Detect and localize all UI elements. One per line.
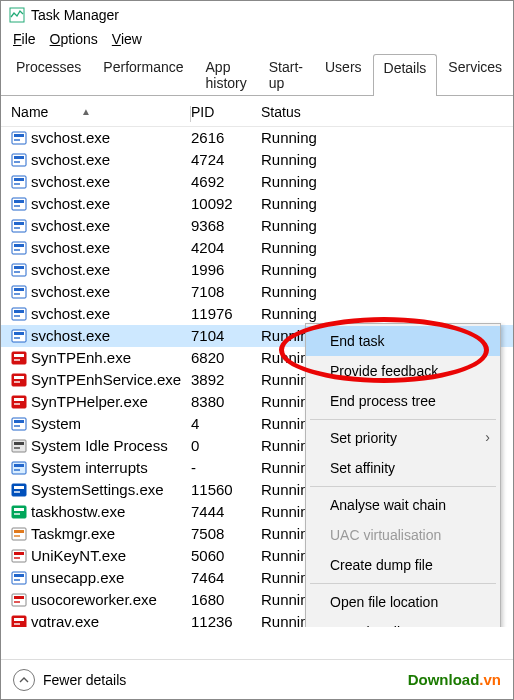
- process-icon: [11, 262, 27, 278]
- process-status: Running: [261, 193, 513, 215]
- svg-rect-40: [12, 418, 26, 430]
- process-status: Running: [261, 127, 513, 149]
- table-row[interactable]: svchost.exe 2616 Running: [1, 127, 513, 149]
- process-table[interactable]: svchost.exe 2616 Running svchost.exe 472…: [1, 127, 513, 627]
- process-name: SynTPEnhService.exe: [31, 369, 181, 391]
- table-row[interactable]: svchost.exe 4204 Running: [1, 237, 513, 259]
- column-header-pid[interactable]: PID: [191, 104, 261, 120]
- tab-details[interactable]: Details: [373, 54, 438, 96]
- process-icon: [11, 130, 27, 146]
- tab-app-history[interactable]: App history: [195, 53, 258, 95]
- process-name: svchost.exe: [31, 281, 110, 303]
- svg-rect-32: [14, 354, 24, 357]
- process-name: svchost.exe: [31, 193, 110, 215]
- context-menu-separator: [310, 419, 496, 420]
- window-title: Task Manager: [31, 7, 119, 23]
- svg-rect-47: [14, 464, 24, 467]
- table-row[interactable]: svchost.exe 7108 Running: [1, 281, 513, 303]
- svg-rect-41: [14, 420, 24, 423]
- table-row[interactable]: svchost.exe 4692 Running: [1, 171, 513, 193]
- svg-rect-65: [14, 596, 24, 599]
- svg-rect-69: [14, 623, 20, 625]
- svg-rect-2: [14, 134, 24, 137]
- context-menu-item-uac-virtualisation: UAC virtualisation: [306, 520, 500, 550]
- context-menu-item-provide-feedback[interactable]: Provide feedback: [306, 356, 500, 386]
- svg-rect-21: [14, 271, 20, 273]
- context-menu-separator: [310, 583, 496, 584]
- sort-asc-icon: ▲: [81, 106, 91, 117]
- context-menu-item-search-online[interactable]: Search online: [306, 617, 500, 627]
- process-pid: 11236: [191, 611, 261, 627]
- process-name: System: [31, 413, 81, 435]
- svg-rect-38: [14, 398, 24, 401]
- process-icon: [11, 152, 27, 168]
- context-menu-item-open-file-location[interactable]: Open file location: [306, 587, 500, 617]
- process-icon: [11, 482, 27, 498]
- svg-rect-66: [14, 601, 20, 603]
- tab-users[interactable]: Users: [314, 53, 373, 95]
- svg-rect-55: [12, 528, 26, 540]
- process-icon: [11, 614, 27, 627]
- menu-file[interactable]: File: [7, 29, 42, 49]
- tab-start-up[interactable]: Start-up: [258, 53, 314, 95]
- table-row[interactable]: svchost.exe 11976 Running: [1, 303, 513, 325]
- fewer-details-button[interactable]: Fewer details: [13, 669, 126, 691]
- table-row[interactable]: svchost.exe 4724 Running: [1, 149, 513, 171]
- svg-rect-23: [14, 288, 24, 291]
- menu-options[interactable]: Options: [44, 29, 104, 49]
- process-pid: 2616: [191, 127, 261, 149]
- process-icon: [11, 592, 27, 608]
- process-pid: 9368: [191, 215, 261, 237]
- column-header-name[interactable]: Name ▲: [1, 104, 191, 120]
- svg-rect-30: [14, 337, 20, 339]
- process-status: Running: [261, 215, 513, 237]
- tab-performance[interactable]: Performance: [92, 53, 194, 95]
- process-icon: [11, 570, 27, 586]
- table-row[interactable]: svchost.exe 9368 Running: [1, 215, 513, 237]
- menu-view[interactable]: View: [106, 29, 148, 49]
- context-menu-item-analyse-wait-chain[interactable]: Analyse wait chain: [306, 490, 500, 520]
- process-pid: 4: [191, 413, 261, 435]
- svg-rect-11: [14, 200, 24, 203]
- process-pid: 1680: [191, 589, 261, 611]
- column-header-status[interactable]: Status: [261, 104, 513, 120]
- svg-rect-26: [14, 310, 24, 313]
- process-status: Running: [261, 303, 513, 325]
- svg-rect-68: [14, 618, 24, 621]
- process-icon: [11, 306, 27, 322]
- context-menu-item-end-process-tree[interactable]: End process tree: [306, 386, 500, 416]
- svg-rect-56: [14, 530, 24, 533]
- context-menu-item-end-task[interactable]: End task: [306, 326, 500, 356]
- process-status: Running: [261, 237, 513, 259]
- context-menu-item-set-priority[interactable]: Set priority: [306, 423, 500, 453]
- svg-rect-33: [14, 359, 20, 361]
- context-menu-item-set-affinity[interactable]: Set affinity: [306, 453, 500, 483]
- tab-services[interactable]: Services: [437, 53, 513, 95]
- svg-rect-22: [12, 286, 26, 298]
- svg-rect-59: [14, 552, 24, 555]
- process-pid: 8380: [191, 391, 261, 413]
- svg-rect-51: [14, 491, 20, 493]
- process-pid: -: [191, 457, 261, 479]
- table-row[interactable]: svchost.exe 10092 Running: [1, 193, 513, 215]
- process-pid: 0: [191, 435, 261, 457]
- svg-rect-57: [14, 535, 20, 537]
- svg-rect-58: [12, 550, 26, 562]
- context-menu-item-create-dump-file[interactable]: Create dump file: [306, 550, 500, 580]
- table-row[interactable]: svchost.exe 1996 Running: [1, 259, 513, 281]
- svg-rect-60: [14, 557, 20, 559]
- svg-rect-62: [14, 574, 24, 577]
- process-pid: 4692: [191, 171, 261, 193]
- svg-rect-61: [12, 572, 26, 584]
- svg-rect-42: [14, 425, 20, 427]
- svg-rect-17: [14, 244, 24, 247]
- svg-rect-53: [14, 508, 24, 511]
- process-name: Taskmgr.exe: [31, 523, 115, 545]
- svg-rect-1: [12, 132, 26, 144]
- svg-rect-44: [14, 442, 24, 445]
- tab-processes[interactable]: Processes: [5, 53, 92, 95]
- svg-rect-54: [14, 513, 20, 515]
- process-pid: 7508: [191, 523, 261, 545]
- process-name: usocoreworker.exe: [31, 589, 157, 611]
- process-icon: [11, 350, 27, 366]
